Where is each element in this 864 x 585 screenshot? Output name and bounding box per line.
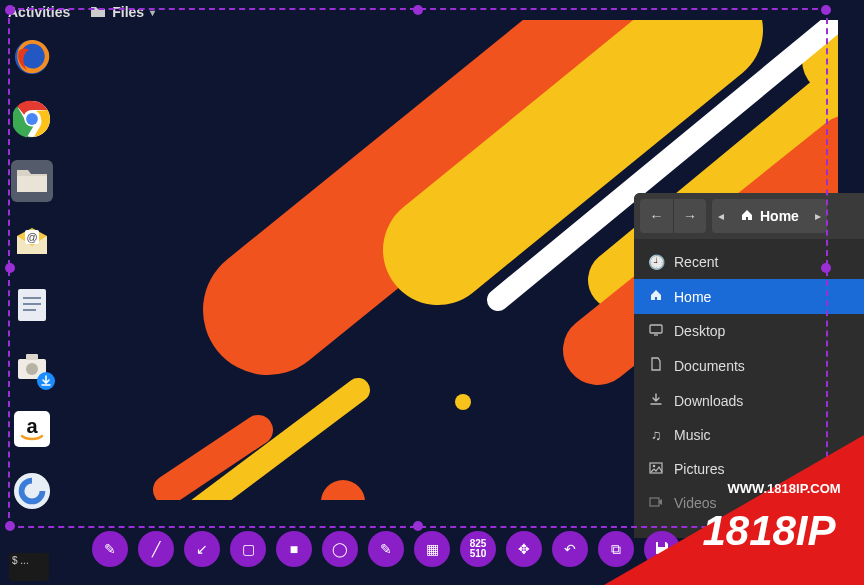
home-icon: [740, 208, 754, 225]
upload-tool[interactable]: [736, 531, 772, 567]
sidebar-item-videos[interactable]: Videos: [634, 486, 864, 520]
sidebar-item-label: Music: [674, 427, 711, 443]
sidebar-item-label: Pictures: [674, 461, 725, 477]
blur-tool[interactable]: ▦: [414, 531, 450, 567]
dock: @ a: [0, 24, 64, 585]
dock-mail[interactable]: @: [11, 222, 53, 264]
close-tool[interactable]: ✕: [690, 531, 726, 567]
sidebar-item-pictures[interactable]: Pictures: [634, 452, 864, 486]
dock-firefox[interactable]: [11, 36, 53, 78]
sidebar-item-desktop[interactable]: Desktop: [634, 314, 864, 348]
dock-chrome[interactable]: [11, 98, 53, 140]
sidebar-item-label: Downloads: [674, 393, 743, 409]
arrow-left-icon: ←: [650, 208, 664, 224]
desktop-icon: [648, 323, 664, 339]
grid-icon: ▦: [426, 541, 439, 557]
svg-point-24: [26, 363, 38, 375]
copy-icon: ⧉: [611, 541, 621, 558]
files-header: ← → ◂ Home ▸: [634, 193, 864, 239]
marker-icon: ✎: [380, 541, 392, 557]
picture-icon: [648, 461, 664, 477]
save-icon: [654, 540, 670, 559]
move-tool[interactable]: ✥: [506, 531, 542, 567]
svg-text:@: @: [26, 231, 37, 243]
sidebar-item-music[interactable]: ♫ Music: [634, 418, 864, 452]
svg-text:a: a: [26, 415, 38, 437]
dimensions-readout: 825 510: [460, 531, 496, 567]
copy-tool[interactable]: ⧉: [598, 531, 634, 567]
breadcrumb-home: Home: [760, 208, 799, 224]
save-tool[interactable]: [644, 531, 680, 567]
home-icon: [648, 288, 664, 305]
sidebar-item-recent[interactable]: 🕘 Recent: [634, 245, 864, 279]
screenshot-toolbar: ✎ ╱ ↙ ▢ ■ ◯ ✎ ▦ 825 510 ✥ ↶ ⧉ ✕: [0, 531, 864, 567]
resize-handle-icon[interactable]: [413, 521, 423, 531]
sidebar-item-label: Recent: [674, 254, 718, 270]
svg-point-11: [455, 394, 471, 410]
chevron-down-icon: ▾: [150, 7, 155, 18]
line-icon: ╱: [152, 541, 160, 557]
download-icon: [648, 392, 664, 409]
document-icon: [16, 287, 48, 323]
undo-tool[interactable]: ↶: [552, 531, 588, 567]
arrow-right-icon: →: [683, 208, 697, 224]
circle-icon: ◯: [332, 541, 348, 557]
cloud-icon: [745, 541, 763, 558]
activities-button[interactable]: Activities: [8, 4, 70, 20]
undo-icon: ↶: [564, 541, 576, 557]
dock-files[interactable]: [11, 160, 53, 202]
clock-icon: 🕘: [648, 254, 664, 270]
circle-tool[interactable]: ◯: [322, 531, 358, 567]
amazon-icon: a: [14, 411, 50, 447]
files-sidebar: 🕘 Recent Home Desktop Documents Download…: [634, 239, 864, 538]
firefox-icon: [13, 38, 51, 76]
rect-fill-tool[interactable]: ■: [276, 531, 312, 567]
svg-rect-32: [650, 498, 659, 506]
chevron-right-icon[interactable]: ▸: [809, 209, 827, 223]
arrow-icon: ↙: [196, 541, 208, 557]
nav-forward-button[interactable]: →: [673, 199, 706, 233]
video-icon: [648, 495, 664, 511]
sidebar-item-home[interactable]: Home: [634, 279, 864, 314]
pencil-icon: ✎: [104, 541, 116, 557]
svg-point-15: [26, 113, 38, 125]
close-icon: ✕: [702, 541, 714, 557]
top-bar: Activities Files ▾: [0, 0, 864, 24]
sidebar-item-label: Documents: [674, 358, 745, 374]
rect-outline-icon: ▢: [242, 541, 255, 557]
dock-document[interactable]: [11, 284, 53, 326]
mail-icon: @: [15, 226, 49, 260]
rect-fill-icon: ■: [290, 541, 298, 557]
svg-rect-23: [26, 354, 38, 360]
dock-amazon[interactable]: a: [11, 408, 53, 450]
arrow-tool[interactable]: ↙: [184, 531, 220, 567]
files-window: ← → ◂ Home ▸ 🕘 Recent Home Desktop Docum…: [634, 193, 864, 538]
pencil-tool[interactable]: ✎: [92, 531, 128, 567]
selection-height: 510: [470, 549, 487, 559]
files-icon: [15, 166, 49, 196]
sidebar-item-documents[interactable]: Documents: [634, 348, 864, 383]
dock-simplenote[interactable]: [11, 470, 53, 512]
files-menu-label: Files: [112, 4, 144, 20]
simplenote-icon: [13, 472, 51, 510]
document-icon: [648, 357, 664, 374]
path-bar[interactable]: ◂ Home ▸: [712, 199, 827, 233]
chevron-left-icon[interactable]: ◂: [712, 209, 730, 223]
sidebar-item-label: Desktop: [674, 323, 725, 339]
line-tool[interactable]: ╱: [138, 531, 174, 567]
rect-outline-tool[interactable]: ▢: [230, 531, 266, 567]
folder-icon: [90, 5, 106, 19]
marker-tool[interactable]: ✎: [368, 531, 404, 567]
chrome-icon: [13, 100, 51, 138]
sidebar-item-label: Videos: [674, 495, 717, 511]
download-badge-icon: [37, 372, 55, 390]
svg-rect-28: [650, 325, 662, 333]
sidebar-item-downloads[interactable]: Downloads: [634, 383, 864, 418]
nav-back-button[interactable]: ←: [640, 199, 673, 233]
music-icon: ♫: [648, 427, 664, 443]
sidebar-item-label: Home: [674, 289, 711, 305]
move-icon: ✥: [518, 541, 530, 557]
svg-point-31: [653, 465, 656, 468]
files-menu[interactable]: Files ▾: [90, 4, 155, 20]
dock-software[interactable]: [11, 346, 53, 388]
